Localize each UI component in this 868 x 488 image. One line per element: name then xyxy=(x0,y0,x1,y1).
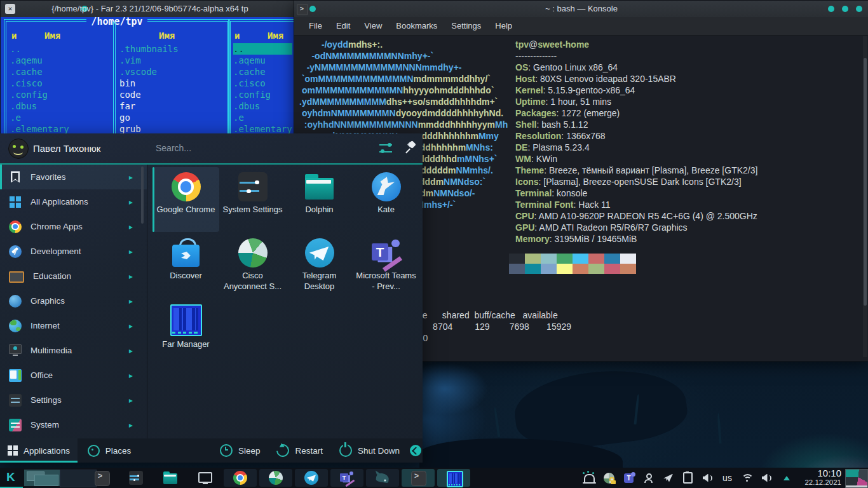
sleep-button[interactable]: Sleep xyxy=(220,444,261,457)
far-file-item[interactable]: .e xyxy=(10,112,69,123)
pager-desktop-1[interactable] xyxy=(24,470,60,486)
far-sort-header[interactable]: и xyxy=(234,30,240,41)
menu-item-edit[interactable]: Edit xyxy=(329,17,357,35)
sidebar-item-chrome-apps[interactable]: Chrome Apps▸ xyxy=(0,214,147,239)
sidebar-item-development[interactable]: Development▸ xyxy=(0,239,147,264)
far-file-item[interactable]: go xyxy=(119,112,179,123)
far-file-item[interactable]: .cache xyxy=(10,66,69,78)
avatar[interactable] xyxy=(8,139,29,159)
scrollbar-handle[interactable] xyxy=(864,58,867,306)
task-google-chrome[interactable] xyxy=(224,469,257,487)
task-whale[interactable] xyxy=(366,469,399,487)
far-file-item[interactable]: code xyxy=(119,89,179,100)
sidebar-item-graphics[interactable]: Graphics▸ xyxy=(0,288,147,313)
menu-item-help[interactable]: Help xyxy=(488,17,519,35)
user-switch-icon[interactable] xyxy=(641,471,656,485)
shutdown-button[interactable]: Shut Down xyxy=(339,444,400,457)
info-label: Resolution xyxy=(515,131,561,141)
audio-volume-icon[interactable] xyxy=(759,471,774,485)
restart-button[interactable]: Restart xyxy=(276,444,323,457)
far-file-item[interactable]: .aqemu xyxy=(10,55,69,66)
far-name-header[interactable]: Имя xyxy=(44,30,60,41)
app-cell-system-settings[interactable]: System Settings xyxy=(219,167,286,232)
sidebar-item-favorites[interactable]: Favorites▸ xyxy=(0,165,147,189)
far-titlebar[interactable]: ✕ {/home/tpv} - Far 2.3 21/12/06-9b05774… xyxy=(1,1,299,17)
menu-item-view[interactable]: View xyxy=(357,17,389,35)
app-cell-dolphin[interactable]: Dolphin xyxy=(286,167,353,232)
far-name-header[interactable]: Имя xyxy=(159,30,175,41)
app-cell-telegram-desktop[interactable]: Telegram Desktop xyxy=(286,233,353,298)
shortcut-konsole[interactable] xyxy=(94,470,109,485)
far-file-item[interactable]: .cache xyxy=(233,66,292,78)
telegram-icon[interactable] xyxy=(661,471,675,485)
sidebar-scrollbar[interactable] xyxy=(141,166,144,224)
tab-applications[interactable]: Applications xyxy=(0,438,78,463)
clipboard-icon[interactable] xyxy=(681,471,695,485)
far-file-item[interactable]: .dbus xyxy=(10,100,69,112)
far-file-item[interactable]: far xyxy=(119,100,179,112)
far-file-item[interactable]: .thumbnails xyxy=(119,43,179,55)
far-name-header[interactable]: Имя xyxy=(268,30,283,41)
far-file-item[interactable]: .dbus xyxy=(233,100,292,112)
desktop-preview-widget[interactable] xyxy=(845,469,868,488)
wifi-icon[interactable] xyxy=(740,471,754,485)
task-telegram[interactable] xyxy=(295,469,328,487)
shortcut-system-settings[interactable] xyxy=(128,470,144,485)
application-launcher-button[interactable] xyxy=(0,468,23,488)
task-far-manager[interactable] xyxy=(437,469,470,487)
far-file-item[interactable]: .config xyxy=(233,89,292,100)
far-sort-header[interactable]: и xyxy=(11,30,17,41)
far-file-item[interactable]: .aqemu xyxy=(233,55,292,66)
menu-item-bookmarks[interactable]: Bookmarks xyxy=(389,17,444,35)
app-cell-microsoft-teams[interactable]: Microsoft Teams - Prev... xyxy=(353,233,419,298)
far-file-item[interactable]: .. xyxy=(10,43,69,55)
sidebar-item-office[interactable]: Office▸ xyxy=(0,363,147,388)
far-file-item[interactable]: .vim xyxy=(119,55,179,66)
app-cell-kate[interactable]: Kate xyxy=(353,167,419,232)
digital-clock[interactable]: 10:10 22.12.2021 xyxy=(789,468,841,487)
sidebar-item-internet[interactable]: Internet▸ xyxy=(0,313,147,338)
keyboard-layout-icon[interactable]: us xyxy=(720,471,735,485)
cisco-vpn-icon[interactable] xyxy=(602,471,616,485)
far-file-item[interactable]: .cisco xyxy=(233,78,292,89)
app-cell-far-manager[interactable]: Far Manager xyxy=(153,299,219,364)
pager-desktop-2[interactable] xyxy=(60,470,97,487)
sidebar-item-multimedia[interactable]: Multimedia▸ xyxy=(0,338,147,363)
far-file-item[interactable]: .e xyxy=(233,112,292,123)
task-konsole[interactable] xyxy=(402,469,435,487)
sidebar-item-settings[interactable]: Settings▸ xyxy=(0,388,147,412)
task-teams[interactable] xyxy=(330,469,363,487)
sidebar-item-education[interactable]: Education▸ xyxy=(0,264,147,288)
shortcut-display[interactable] xyxy=(197,470,212,485)
tab-places[interactable]: Places xyxy=(78,438,141,463)
far-file-item[interactable]: .config xyxy=(10,89,69,100)
notifications-bell-icon[interactable] xyxy=(582,471,597,485)
search-input[interactable]: Search... xyxy=(156,133,191,163)
configure-icon[interactable] xyxy=(379,142,393,154)
close-button[interactable] xyxy=(856,6,862,12)
far-file-item[interactable]: .vscode xyxy=(119,66,179,78)
menu-item-file[interactable]: File xyxy=(302,17,329,35)
far-file-item[interactable]: .cisco xyxy=(10,78,69,89)
teams-icon[interactable] xyxy=(621,471,636,485)
far-file-item[interactable]: .. xyxy=(233,43,292,55)
leave-icon[interactable] xyxy=(410,445,421,456)
app-cell-discover[interactable]: Discover xyxy=(153,233,219,298)
task-cisco-anyconnect[interactable] xyxy=(259,469,292,487)
shortcut-dolphin[interactable] xyxy=(163,470,178,485)
google-chrome-icon xyxy=(172,172,201,201)
konsole-titlebar[interactable]: ~ : bash — Konsole xyxy=(294,1,868,17)
sidebar-item-all-applications[interactable]: All Applications▸ xyxy=(0,189,147,214)
maximize-button[interactable] xyxy=(842,6,848,12)
terminal-scrollbar[interactable] xyxy=(863,36,867,357)
konsole-icon xyxy=(95,471,110,486)
sidebar-item-system[interactable]: System▸ xyxy=(0,412,147,437)
app-cell-google-chrome[interactable]: Google Chrome xyxy=(153,167,219,232)
menu-item-settings[interactable]: Settings xyxy=(444,17,488,35)
app-cell-cisco-anyconnect[interactable]: Cisco Anyconnect S... xyxy=(219,233,286,298)
volume-icon[interactable] xyxy=(700,471,715,485)
info-label: Terminal xyxy=(515,188,552,198)
far-file-item[interactable]: bin xyxy=(119,78,179,89)
minimize-button[interactable] xyxy=(828,6,834,12)
pin-icon[interactable] xyxy=(405,141,416,154)
